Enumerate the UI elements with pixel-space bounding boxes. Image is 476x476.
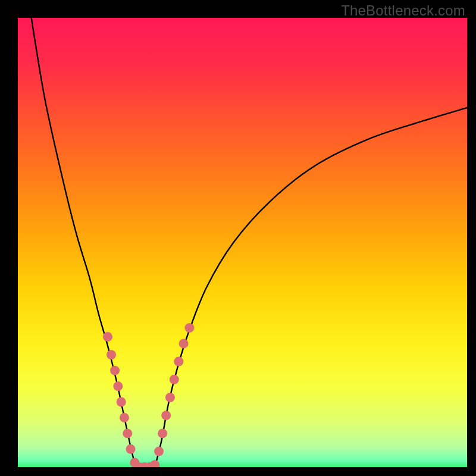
highlight-marker: [158, 428, 167, 438]
chart-overlay: [18, 18, 467, 467]
highlight-marker: [161, 411, 171, 420]
highlight-marker: [123, 428, 132, 438]
plot-area: [18, 18, 467, 467]
bottleneck-curve: [32, 18, 467, 467]
highlight-marker: [150, 460, 159, 467]
highlight-marker: [103, 332, 112, 342]
series-group: [32, 18, 467, 467]
marker-group: [103, 323, 194, 467]
highlight-marker: [174, 357, 183, 367]
highlight-marker: [184, 323, 194, 333]
highlight-marker: [107, 350, 116, 359]
highlight-marker: [165, 393, 175, 402]
watermark-text: TheBottleneck.com: [341, 2, 465, 19]
highlight-marker: [113, 381, 123, 391]
highlight-marker: [179, 339, 189, 348]
highlight-marker: [120, 413, 129, 422]
highlight-marker: [110, 366, 120, 375]
highlight-marker: [154, 447, 164, 456]
highlight-marker: [170, 375, 179, 384]
highlight-marker: [126, 444, 136, 454]
highlight-marker: [117, 397, 126, 407]
figure-root: TheBottleneck.com: [0, 0, 476, 476]
